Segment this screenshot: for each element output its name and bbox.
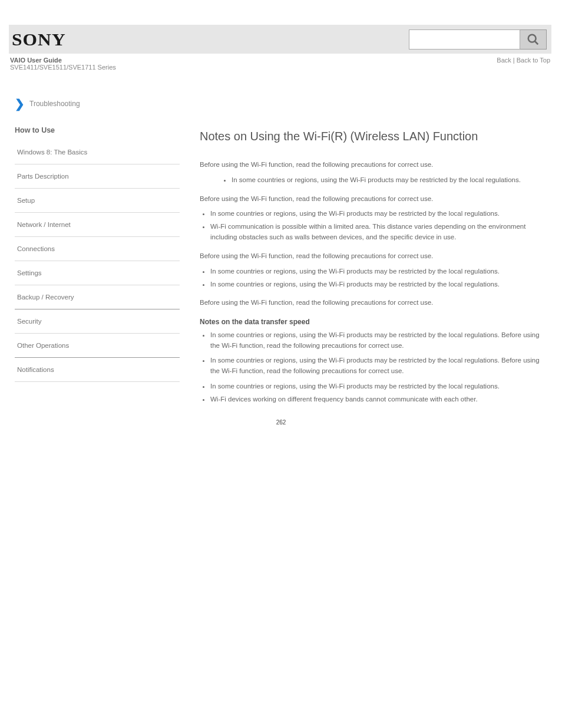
sidebar-item[interactable]: Connections — [15, 237, 180, 261]
sidebar-item[interactable]: Security — [15, 309, 180, 334]
back-to-top-link[interactable]: Back | Back to Top — [497, 57, 550, 64]
sidebar-item[interactable]: Settings — [15, 261, 180, 285]
sidebar: How to Use Windows 8: The Basics Parts D… — [15, 126, 180, 382]
page-title: Notes on Using the Wi-Fi(R) (Wireless LA… — [200, 127, 543, 146]
series-name: SVE1411/SVE1511/SVE1711 Series — [10, 64, 116, 71]
breadcrumb: ❯ Troubleshooting — [9, 71, 551, 110]
header-bar: SONY — [9, 25, 551, 54]
bullet-list: In some countries or regions, using the … — [200, 209, 543, 242]
search-button[interactable] — [520, 29, 547, 50]
list-item: In some countries or regions, using the … — [210, 381, 543, 392]
list-item: Wi-Fi communication is possible within a… — [210, 222, 543, 243]
search-input[interactable] — [409, 29, 520, 50]
list-item: In some countries or regions, using the … — [232, 175, 543, 186]
list-item: Wi-Fi devices working on different frequ… — [210, 394, 543, 405]
body-text: Before using the Wi-Fi function, read th… — [200, 251, 543, 262]
main-content: Notes on Using the Wi-Fi(R) (Wireless LA… — [200, 126, 551, 413]
body-text: Before using the Wi-Fi function, read th… — [200, 298, 543, 308]
sidebar-title: How to Use — [15, 126, 180, 134]
list-item: In some countries or regions, using the … — [210, 330, 543, 351]
body-text: Before using the Wi-Fi function, read th… — [200, 160, 543, 170]
body-text: Before using the Wi-Fi function, read th… — [200, 194, 543, 205]
page-number: 262 — [0, 413, 562, 440]
bullet-list: In some countries or regions, using the … — [200, 266, 543, 290]
sidebar-item[interactable]: Other Operations — [15, 334, 180, 358]
search-wrap — [409, 29, 547, 50]
list-item: In some countries or regions, using the … — [210, 266, 543, 277]
product-name: VAIO User Guide — [10, 57, 116, 64]
section-heading: Notes on the data transfer speed — [200, 317, 543, 328]
bullet-list: In some countries or regions, using the … — [200, 330, 543, 405]
chevron-right-icon: ❯ — [15, 98, 25, 110]
sony-logo: SONY — [12, 29, 66, 50]
list-item: In some countries or regions, using the … — [210, 209, 543, 219]
svg-point-0 — [528, 34, 536, 42]
list-item: In some countries or regions, using the … — [210, 355, 543, 377]
sidebar-item[interactable]: Backup / Recovery — [15, 285, 180, 309]
search-icon — [527, 33, 540, 46]
bullet-list: In some countries or regions, using the … — [221, 175, 543, 186]
sidebar-item[interactable]: Parts Description — [15, 164, 180, 189]
sidebar-item[interactable]: Notifications — [15, 358, 180, 382]
svg-line-1 — [535, 41, 538, 44]
list-item: In some countries or regions, using the … — [210, 279, 543, 290]
sub-header: VAIO User Guide SVE1411/SVE1511/SVE1711 … — [9, 54, 551, 71]
breadcrumb-label[interactable]: Troubleshooting — [29, 100, 80, 108]
sidebar-item[interactable]: Windows 8: The Basics — [15, 140, 180, 164]
sidebar-item[interactable]: Setup — [15, 189, 180, 213]
sidebar-item[interactable]: Network / Internet — [15, 213, 180, 237]
